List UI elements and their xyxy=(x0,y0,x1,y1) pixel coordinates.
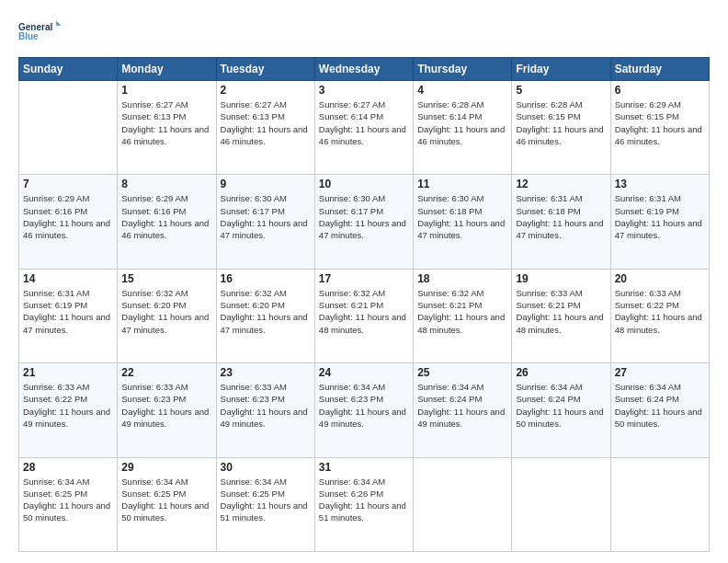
calendar-cell: 5 Sunrise: 6:28 AM Sunset: 6:15 PM Dayli… xyxy=(512,81,610,175)
daylight-label: Daylight: 11 hours and 46 minutes. xyxy=(417,124,505,146)
sunrise-label: Sunrise: 6:29 AM xyxy=(615,99,681,109)
sunrise-label: Sunrise: 6:34 AM xyxy=(417,382,483,392)
calendar-cell: 2 Sunrise: 6:27 AM Sunset: 6:13 PM Dayli… xyxy=(216,81,314,175)
calendar-cell xyxy=(610,457,709,551)
calendar-cell: 11 Sunrise: 6:30 AM Sunset: 6:18 PM Dayl… xyxy=(414,175,512,269)
sunset-label: Sunset: 6:13 PM xyxy=(221,111,285,121)
sunrise-label: Sunrise: 6:34 AM xyxy=(121,477,188,487)
col-header-wednesday: Wednesday xyxy=(314,58,413,81)
day-number: 4 xyxy=(417,84,507,97)
sunrise-label: Sunrise: 6:31 AM xyxy=(23,288,89,298)
day-info: Sunrise: 6:34 AM Sunset: 6:25 PM Dayligh… xyxy=(221,476,311,524)
sunset-label: Sunset: 6:20 PM xyxy=(121,300,186,310)
sunrise-label: Sunrise: 6:34 AM xyxy=(319,477,385,487)
day-number: 19 xyxy=(516,272,606,285)
day-info: Sunrise: 6:31 AM Sunset: 6:18 PM Dayligh… xyxy=(516,192,606,241)
day-info: Sunrise: 6:30 AM Sunset: 6:17 PM Dayligh… xyxy=(221,192,311,241)
day-number: 30 xyxy=(221,461,311,474)
daylight-label: Daylight: 11 hours and 48 minutes. xyxy=(417,312,505,334)
header: General Blue xyxy=(18,15,710,48)
sunset-label: Sunset: 6:22 PM xyxy=(615,300,679,310)
sunrise-label: Sunrise: 6:33 AM xyxy=(615,288,681,298)
sunset-label: Sunset: 6:21 PM xyxy=(516,300,580,310)
calendar-cell: 28 Sunrise: 6:34 AM Sunset: 6:25 PM Dayl… xyxy=(19,457,118,551)
daylight-label: Daylight: 11 hours and 47 minutes. xyxy=(615,218,702,240)
sunrise-label: Sunrise: 6:32 AM xyxy=(221,288,287,298)
day-info: Sunrise: 6:32 AM Sunset: 6:21 PM Dayligh… xyxy=(319,287,409,336)
sunrise-label: Sunrise: 6:32 AM xyxy=(121,288,188,298)
sunrise-label: Sunrise: 6:33 AM xyxy=(23,382,89,392)
day-number: 29 xyxy=(121,461,211,474)
day-number: 12 xyxy=(516,178,606,190)
calendar-cell: 23 Sunrise: 6:33 AM Sunset: 6:23 PM Dayl… xyxy=(216,363,314,457)
calendar-cell: 18 Sunrise: 6:32 AM Sunset: 6:21 PM Dayl… xyxy=(414,269,512,362)
calendar-cell: 10 Sunrise: 6:30 AM Sunset: 6:17 PM Dayl… xyxy=(314,175,413,269)
calendar-cell: 22 Sunrise: 6:33 AM Sunset: 6:23 PM Dayl… xyxy=(118,363,216,457)
day-info: Sunrise: 6:29 AM Sunset: 6:16 PM Dayligh… xyxy=(121,192,211,241)
calendar-cell: 8 Sunrise: 6:29 AM Sunset: 6:16 PM Dayli… xyxy=(118,175,216,269)
day-info: Sunrise: 6:34 AM Sunset: 6:24 PM Dayligh… xyxy=(615,381,705,430)
day-info: Sunrise: 6:33 AM Sunset: 6:23 PM Dayligh… xyxy=(221,381,311,430)
calendar-cell xyxy=(414,457,512,551)
sunset-label: Sunset: 6:14 PM xyxy=(417,111,482,121)
sunset-label: Sunset: 6:17 PM xyxy=(319,206,383,216)
day-number: 1 xyxy=(121,84,211,97)
sunset-label: Sunset: 6:16 PM xyxy=(23,206,87,216)
sunrise-label: Sunrise: 6:33 AM xyxy=(121,382,188,392)
daylight-label: Daylight: 11 hours and 46 minutes. xyxy=(319,124,406,146)
daylight-label: Daylight: 11 hours and 48 minutes. xyxy=(615,312,702,334)
svg-marker-2 xyxy=(56,21,61,26)
daylight-label: Daylight: 11 hours and 47 minutes. xyxy=(221,312,308,334)
sunset-label: Sunset: 6:26 PM xyxy=(319,488,383,499)
calendar-cell: 15 Sunrise: 6:32 AM Sunset: 6:20 PM Dayl… xyxy=(118,269,216,362)
calendar-cell: 4 Sunrise: 6:28 AM Sunset: 6:14 PM Dayli… xyxy=(414,81,512,175)
col-header-saturday: Saturday xyxy=(610,58,709,81)
daylight-label: Daylight: 11 hours and 50 minutes. xyxy=(516,407,603,429)
calendar-cell: 16 Sunrise: 6:32 AM Sunset: 6:20 PM Dayl… xyxy=(216,269,314,362)
day-number: 6 xyxy=(615,84,705,97)
sunset-label: Sunset: 6:21 PM xyxy=(319,300,383,310)
day-info: Sunrise: 6:27 AM Sunset: 6:13 PM Dayligh… xyxy=(221,98,311,147)
daylight-label: Daylight: 11 hours and 47 minutes. xyxy=(319,218,406,240)
day-info: Sunrise: 6:27 AM Sunset: 6:13 PM Dayligh… xyxy=(121,98,211,147)
sunrise-label: Sunrise: 6:34 AM xyxy=(221,477,287,487)
logo-svg: General Blue xyxy=(18,15,64,48)
daylight-label: Daylight: 11 hours and 47 minutes. xyxy=(121,312,209,334)
daylight-label: Daylight: 11 hours and 47 minutes. xyxy=(23,312,110,334)
day-number: 31 xyxy=(319,461,409,474)
day-info: Sunrise: 6:32 AM Sunset: 6:21 PM Dayligh… xyxy=(417,287,507,336)
calendar-cell: 9 Sunrise: 6:30 AM Sunset: 6:17 PM Dayli… xyxy=(216,175,314,269)
sunset-label: Sunset: 6:19 PM xyxy=(615,206,679,216)
col-header-monday: Monday xyxy=(118,58,216,81)
daylight-label: Daylight: 11 hours and 50 minutes. xyxy=(23,500,110,523)
sunrise-label: Sunrise: 6:32 AM xyxy=(319,288,385,298)
day-number: 26 xyxy=(516,366,606,379)
daylight-label: Daylight: 11 hours and 47 minutes. xyxy=(516,218,603,240)
sunset-label: Sunset: 6:25 PM xyxy=(23,488,87,499)
sunset-label: Sunset: 6:15 PM xyxy=(615,111,679,121)
sunset-label: Sunset: 6:24 PM xyxy=(615,394,679,404)
calendar-cell: 6 Sunrise: 6:29 AM Sunset: 6:15 PM Dayli… xyxy=(610,81,709,175)
week-row-4: 21 Sunrise: 6:33 AM Sunset: 6:22 PM Dayl… xyxy=(19,363,710,457)
daylight-label: Daylight: 11 hours and 46 minutes. xyxy=(221,124,308,146)
day-number: 22 xyxy=(121,366,211,379)
day-info: Sunrise: 6:34 AM Sunset: 6:24 PM Dayligh… xyxy=(417,381,507,430)
col-header-friday: Friday xyxy=(512,58,610,81)
calendar-cell: 13 Sunrise: 6:31 AM Sunset: 6:19 PM Dayl… xyxy=(610,175,709,269)
sunrise-label: Sunrise: 6:29 AM xyxy=(23,193,89,203)
day-info: Sunrise: 6:34 AM Sunset: 6:26 PM Dayligh… xyxy=(319,476,409,524)
day-info: Sunrise: 6:30 AM Sunset: 6:18 PM Dayligh… xyxy=(417,192,507,241)
calendar-cell: 1 Sunrise: 6:27 AM Sunset: 6:13 PM Dayli… xyxy=(118,81,216,175)
calendar-cell: 29 Sunrise: 6:34 AM Sunset: 6:25 PM Dayl… xyxy=(118,457,216,551)
calendar-table: SundayMondayTuesdayWednesdayThursdayFrid… xyxy=(18,57,710,552)
sunset-label: Sunset: 6:14 PM xyxy=(319,111,383,121)
daylight-label: Daylight: 11 hours and 48 minutes. xyxy=(516,312,603,334)
day-number: 27 xyxy=(615,366,705,379)
day-number: 15 xyxy=(121,272,211,285)
svg-text:Blue: Blue xyxy=(18,31,39,41)
calendar-cell: 25 Sunrise: 6:34 AM Sunset: 6:24 PM Dayl… xyxy=(414,363,512,457)
day-number: 14 xyxy=(23,272,113,285)
calendar-cell: 12 Sunrise: 6:31 AM Sunset: 6:18 PM Dayl… xyxy=(512,175,610,269)
svg-text:General: General xyxy=(18,22,52,32)
day-info: Sunrise: 6:31 AM Sunset: 6:19 PM Dayligh… xyxy=(615,192,705,241)
